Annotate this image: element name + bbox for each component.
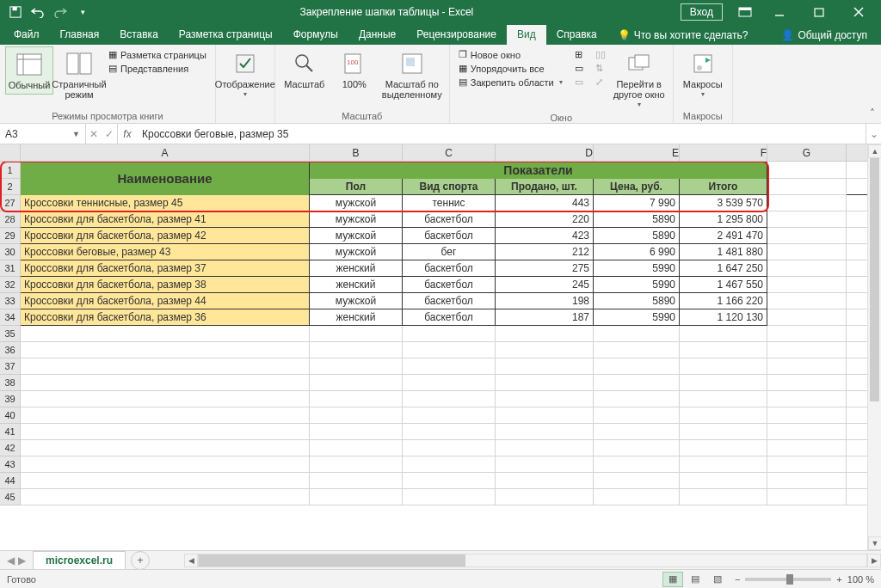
cell-header-total[interactable]: Итого [680,179,767,195]
qat-customize-icon[interactable]: ▾ [72,2,93,22]
scroll-down-icon[interactable]: ▼ [868,536,881,550]
cell-total[interactable]: 1 467 550 [680,277,767,293]
cell-empty[interactable] [21,407,310,424]
expand-formula-icon[interactable]: ⌄ [866,124,881,144]
split-button[interactable]: ⊞ [571,48,587,61]
zoom-button[interactable]: Масштаб [280,46,329,93]
cell-empty[interactable] [594,358,680,375]
macros-button[interactable]: Макросы ▾ [679,46,727,102]
cell-empty[interactable] [680,473,767,489]
cancel-formula-icon[interactable]: ✕ [89,128,98,140]
scroll-up-icon[interactable]: ▲ [868,144,881,158]
col-header-E[interactable]: E [594,144,680,161]
cell-header-name[interactable]: Наименование [21,162,310,195]
pagelayout-view-button[interactable]: ▦Разметка страницы [105,48,210,61]
cell-empty[interactable] [403,424,496,440]
cell-header-sport[interactable]: Вид спорта [403,179,496,195]
cell-empty[interactable] [767,342,847,358]
cell-empty[interactable] [594,489,680,505]
cell-G2[interactable] [767,179,847,195]
cell-empty[interactable] [767,424,847,440]
prev-sheet-icon[interactable]: ◀ [7,554,15,567]
cell-empty[interactable] [21,489,310,505]
cell-empty[interactable] [310,326,403,342]
cell-name[interactable]: Кроссовки беговые, размер 43 [21,244,310,260]
freeze-panes-button[interactable]: ▤Закрепить области▾ [455,76,566,89]
cell-empty[interactable] [496,326,594,342]
cell-empty[interactable] [496,391,594,407]
cell-empty[interactable] [21,358,310,375]
cell-sex[interactable]: мужской [310,195,403,211]
row-header[interactable]: 31 [0,260,21,277]
row-header[interactable]: 39 [0,391,21,407]
maximize-button[interactable] [800,0,838,24]
view-side-button[interactable]: ▯▯ [592,48,609,61]
redo-icon[interactable] [50,2,71,22]
cell-total[interactable]: 1 481 880 [680,244,767,260]
cell-price[interactable]: 7 990 [594,195,680,211]
cell-name[interactable]: Кроссовки для баскетбола, размер 37 [21,260,310,277]
col-header-D[interactable]: D [496,144,594,161]
cell-sex[interactable]: мужской [310,211,403,228]
cell-empty[interactable] [594,456,680,473]
cell-empty[interactable] [767,358,847,375]
normal-view-button[interactable]: Обычный [5,46,53,95]
cell-empty[interactable] [767,473,847,489]
cell-empty[interactable] [594,440,680,456]
cell-empty[interactable] [767,293,847,309]
unhide-button[interactable]: ▭ [571,76,587,89]
row-header-2[interactable]: 2 [0,179,21,195]
table-row[interactable]: 39 [0,391,881,407]
cell-empty[interactable] [310,424,403,440]
hscroll-thumb[interactable] [199,554,465,567]
table-row[interactable]: 30Кроссовки беговые, размер 43мужскойбег… [0,244,881,260]
cell-name[interactable]: Кроссовки для баскетбола, размер 42 [21,228,310,244]
cell-sold[interactable]: 212 [496,244,594,260]
cell-empty[interactable] [680,440,767,456]
cell-sport[interactable]: бег [403,244,496,260]
row-header[interactable]: 35 [0,326,21,342]
tab-data[interactable]: Данные [348,25,406,45]
worksheet-grid[interactable]: A B C D E F G 1 Наименование Показатели … [0,144,881,550]
cell-empty[interactable] [594,391,680,407]
cell-price[interactable]: 5990 [594,309,680,326]
cell-empty[interactable] [680,326,767,342]
pagebreak-status-icon[interactable]: ▧ [707,572,728,587]
table-row[interactable]: 43 [0,456,881,473]
cell-empty[interactable] [403,358,496,375]
cell-sport[interactable]: баскетбол [403,293,496,309]
zoom-selection-button[interactable]: Масштаб по выделенному [380,46,444,103]
zoom-in-button[interactable]: + [836,574,841,585]
cell-empty[interactable] [594,473,680,489]
cell-name[interactable]: Кроссовки для баскетбола, размер 38 [21,277,310,293]
tab-review[interactable]: Рецензирование [406,25,507,45]
table-row[interactable]: 33Кроссовки для баскетбола, размер 44муж… [0,293,881,309]
new-window-button[interactable]: ❐Новое окно [455,48,566,61]
cell-empty[interactable] [594,326,680,342]
cell-sport[interactable]: баскетбол [403,228,496,244]
row-header[interactable]: 45 [0,489,21,505]
cell-sex[interactable]: мужской [310,293,403,309]
ribbon-options-icon[interactable] [731,0,759,24]
cell-empty[interactable] [496,342,594,358]
table-row[interactable]: 38 [0,375,881,391]
cell-empty[interactable] [496,375,594,391]
table-row[interactable]: 40 [0,407,881,424]
cell-sold[interactable]: 245 [496,277,594,293]
cell-sold[interactable]: 443 [496,195,594,211]
tell-me-search[interactable]: 💡 Что вы хотите сделать? [607,26,759,45]
arrange-all-button[interactable]: ▦Упорядочить все [455,62,566,75]
table-row[interactable]: 34Кроссовки для баскетбола, размер 36жен… [0,309,881,326]
tab-file[interactable]: Файл [3,25,50,45]
cell-empty[interactable] [21,326,310,342]
cell-sold[interactable]: 187 [496,309,594,326]
cell-empty[interactable] [680,407,767,424]
cell-price[interactable]: 5890 [594,228,680,244]
row-header-1[interactable]: 1 [0,162,21,179]
cell-empty[interactable] [403,375,496,391]
next-sheet-icon[interactable]: ▶ [18,554,26,567]
cell-empty[interactable] [310,456,403,473]
cell-empty[interactable] [21,456,310,473]
cell-empty[interactable] [767,326,847,342]
scroll-left-icon[interactable]: ◀ [184,554,198,567]
